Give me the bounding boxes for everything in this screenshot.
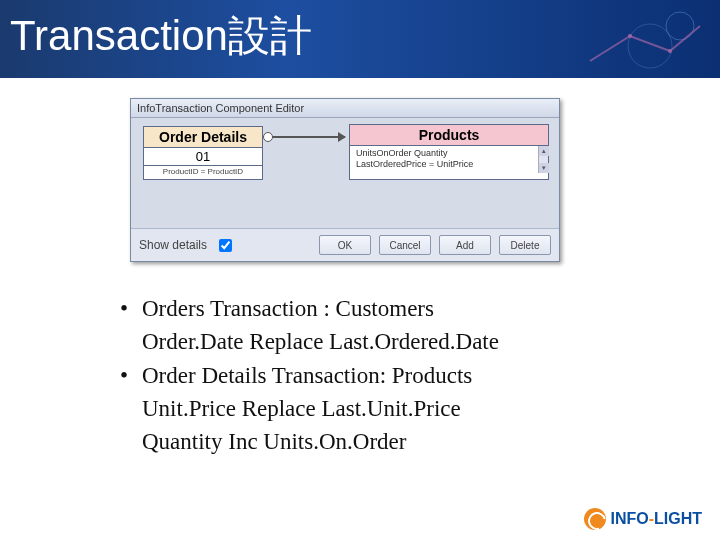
products-scrollbar[interactable]: ▴ ▾ — [538, 146, 548, 173]
svg-point-3 — [668, 49, 672, 53]
bullet-icon: • — [120, 292, 142, 325]
slide-title: Transaction設計 — [10, 8, 312, 64]
bullet-list: • Orders Transaction : Customers Order.D… — [120, 292, 640, 459]
logo-part2: LIGHT — [654, 510, 702, 527]
products-node[interactable]: Products UnitsOnOrder Quantity LastOrder… — [349, 124, 549, 180]
bullet-continuation: Quantity Inc Units.On.Order — [120, 425, 640, 458]
svg-point-2 — [628, 34, 632, 38]
products-header: Products — [350, 125, 548, 146]
relation-arrow-icon — [265, 136, 345, 138]
brand-logo: INFO-LIGHT — [584, 508, 702, 530]
order-details-id: 01 — [144, 148, 262, 166]
title-band: Transaction設計 — [0, 0, 720, 78]
show-details-label: Show details — [139, 238, 207, 252]
editor-canvas: Order Details 01 ProductID = ProductID P… — [131, 118, 559, 228]
title-decoration — [570, 6, 710, 72]
bullet-icon: • — [120, 359, 142, 392]
component-editor-window: InfoTransaction Component Editor Order D… — [130, 98, 560, 262]
logo-text: INFO-LIGHT — [610, 510, 702, 528]
logo-mark-icon — [584, 508, 606, 530]
list-item: • Order Details Transaction: Products — [120, 359, 640, 392]
logo-part1: INFO — [610, 510, 648, 527]
bullet-text: Order Details Transaction: Products — [142, 359, 640, 392]
show-details-checkbox[interactable] — [219, 239, 232, 252]
svg-point-1 — [628, 24, 672, 68]
order-details-node[interactable]: Order Details 01 ProductID = ProductID — [143, 126, 263, 180]
list-item: • Orders Transaction : Customers — [120, 292, 640, 325]
scroll-up-icon[interactable]: ▴ — [539, 146, 549, 156]
cancel-button[interactable]: Cancel — [379, 235, 431, 255]
order-details-header: Order Details — [144, 127, 262, 148]
order-details-footer: ProductID = ProductID — [144, 166, 262, 177]
bullet-text: Orders Transaction : Customers — [142, 292, 640, 325]
products-body: UnitsOnOrder Quantity LastOrderedPrice =… — [350, 146, 548, 173]
products-line: LastOrderedPrice = UnitPrice — [356, 159, 542, 170]
ok-button[interactable]: OK — [319, 235, 371, 255]
products-line: UnitsOnOrder Quantity — [356, 148, 542, 159]
editor-footer: Show details OK Cancel Add Delete — [131, 228, 559, 261]
delete-button[interactable]: Delete — [499, 235, 551, 255]
bullet-continuation: Order.Date Replace Last.Ordered.Date — [120, 325, 640, 358]
add-button[interactable]: Add — [439, 235, 491, 255]
bullet-continuation: Unit.Price Replace Last.Unit.Price — [120, 392, 640, 425]
window-titlebar: InfoTransaction Component Editor — [131, 99, 559, 118]
scroll-down-icon[interactable]: ▾ — [539, 163, 549, 173]
